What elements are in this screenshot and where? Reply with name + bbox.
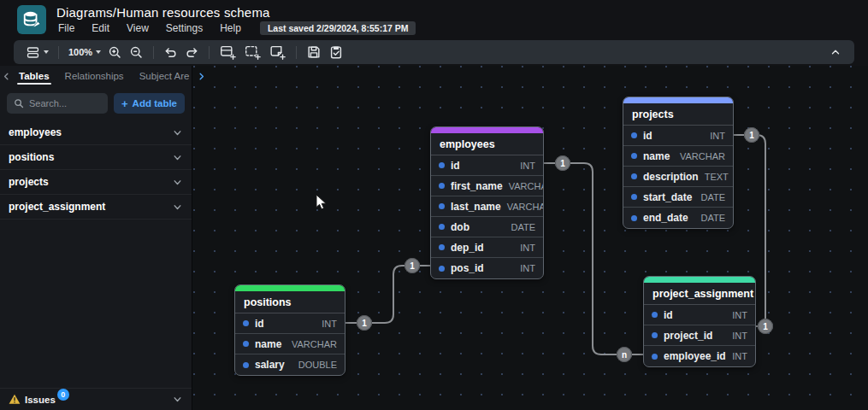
tab-tables[interactable]: Tables xyxy=(11,68,57,84)
table-title: projects xyxy=(623,103,733,126)
add-subject-area-toolbar-button[interactable] xyxy=(240,43,265,62)
table-card-project-assignment[interactable]: project_assignment idINT project_idINT e… xyxy=(643,276,756,367)
menu-settings[interactable]: Settings xyxy=(159,21,210,35)
field-type: VARCHAR xyxy=(509,181,544,191)
tabs-scroll-right-button[interactable] xyxy=(197,68,206,84)
add-table-button[interactable]: + Add table xyxy=(114,93,185,114)
todo-clipboard-icon xyxy=(328,44,344,60)
field-type: INT xyxy=(732,310,747,320)
tab-relationships[interactable]: Relationships xyxy=(57,68,132,84)
sidebar-table-list: employees positions projects project_ass… xyxy=(0,120,192,220)
field-row[interactable]: pos_idINT xyxy=(431,258,543,278)
field-row[interactable]: last_nameVARCHAR xyxy=(431,196,543,217)
table-item-label: employees xyxy=(9,126,62,138)
tabs-scroll-left-button[interactable] xyxy=(2,68,11,84)
chevron-left-icon xyxy=(2,72,11,81)
field-dot-icon xyxy=(652,354,658,360)
chevron-down-icon xyxy=(172,152,183,163)
field-row[interactable]: end_dateDATE xyxy=(623,208,733,228)
table-card-projects[interactable]: projects idINT nameVARCHAR descriptionTE… xyxy=(623,97,734,229)
field-type: TEXT xyxy=(705,172,729,182)
undo-button[interactable] xyxy=(160,43,181,62)
field-row[interactable]: employee_idINT xyxy=(644,346,755,366)
field-row[interactable]: nameVARCHAR xyxy=(235,334,345,354)
cardinality-badge: n xyxy=(617,347,632,362)
field-name: last_name xyxy=(451,201,501,213)
field-type: DATE xyxy=(700,192,725,202)
menu-edit[interactable]: Edit xyxy=(85,21,116,35)
toolbar-zone: 100% xyxy=(0,39,868,66)
search-input[interactable] xyxy=(29,98,101,108)
field-dot-icon xyxy=(631,153,637,159)
relationship-line-positions-employees[interactable] xyxy=(345,266,430,323)
toolbar-divider xyxy=(296,46,297,59)
zoom-level-value: 100% xyxy=(68,47,92,57)
field-type: DATE xyxy=(700,213,725,223)
field-name: id xyxy=(451,160,460,172)
zoom-out-button[interactable] xyxy=(126,43,147,62)
field-row[interactable]: salaryDOUBLE xyxy=(235,354,345,375)
diagram-canvas[interactable]: employees idINT first_nameVARCHAR last_n… xyxy=(193,66,868,410)
menu-view[interactable]: View xyxy=(120,21,156,35)
field-row[interactable]: nameVARCHAR xyxy=(623,146,733,167)
sidebar-search-row: + Add table xyxy=(0,86,192,120)
field-dot-icon xyxy=(243,320,249,326)
titlebar: Diagrams/Human resources schema File Edi… xyxy=(0,0,868,39)
add-note-toolbar-button[interactable] xyxy=(265,43,290,62)
sidebar-item-project-assignment[interactable]: project_assignment xyxy=(0,195,192,220)
field-dot-icon xyxy=(439,203,445,209)
field-name: pos_id xyxy=(451,262,484,274)
field-dot-icon xyxy=(652,332,658,338)
add-table-icon xyxy=(219,44,237,61)
field-row[interactable]: start_dateDATE xyxy=(623,187,733,208)
table-card-employees[interactable]: employees idINT first_nameVARCHAR last_n… xyxy=(430,126,544,279)
field-row[interactable]: dep_idINT xyxy=(431,237,543,258)
chevron-up-icon xyxy=(830,46,841,58)
chevron-down-icon xyxy=(172,177,183,188)
diagram-menu-button[interactable] xyxy=(22,43,52,62)
todo-list-button[interactable] xyxy=(325,43,347,62)
table-accent-strip xyxy=(623,97,733,103)
field-name: id xyxy=(664,309,673,321)
field-row[interactable]: descriptionTEXT xyxy=(623,167,733,187)
zoom-in-button[interactable] xyxy=(104,43,126,62)
field-row[interactable]: project_idINT xyxy=(644,325,755,346)
table-card-positions[interactable]: positions idINT nameVARCHAR salaryDOUBLE xyxy=(234,284,345,376)
save-floppy-icon xyxy=(306,44,322,60)
table-title: employees xyxy=(431,133,543,155)
field-name: name xyxy=(255,338,281,350)
field-row[interactable]: dobDATE xyxy=(431,217,543,237)
save-button[interactable] xyxy=(303,43,325,62)
field-name: id xyxy=(643,130,652,142)
collapse-header-button[interactable] xyxy=(825,43,846,62)
zoom-level-dropdown[interactable]: 100% xyxy=(65,43,104,62)
field-row[interactable]: idINT xyxy=(623,126,733,146)
page-title: Diagrams/Human resources schema xyxy=(56,5,270,20)
field-row[interactable]: idINT xyxy=(644,305,755,325)
menu-help[interactable]: Help xyxy=(213,21,248,35)
field-dot-icon xyxy=(439,162,445,168)
cardinality-badge: 1 xyxy=(404,258,420,273)
redo-button[interactable] xyxy=(181,43,203,62)
field-dot-icon xyxy=(631,132,637,138)
field-type: VARCHAR xyxy=(292,339,337,349)
search-box xyxy=(7,93,108,114)
field-dot-icon xyxy=(439,244,445,250)
sidebar-item-employees[interactable]: employees xyxy=(0,120,192,145)
field-row[interactable]: idINT xyxy=(235,313,345,334)
sidebar-item-positions[interactable]: positions xyxy=(0,145,192,170)
chevron-right-icon xyxy=(197,72,206,81)
issues-panel-toggle[interactable]: Issues 0 xyxy=(0,388,192,410)
issues-label: Issues xyxy=(25,395,56,405)
sidebar: Tables Relationships Subject Are + Add t… xyxy=(0,66,192,410)
add-table-toolbar-button[interactable] xyxy=(216,43,240,62)
zoom-out-icon xyxy=(129,45,144,60)
field-row[interactable]: first_nameVARCHAR xyxy=(431,176,543,196)
table-accent-strip xyxy=(431,127,543,133)
field-row[interactable]: idINT xyxy=(431,155,543,176)
field-name: salary xyxy=(255,359,285,371)
tab-subject-areas[interactable]: Subject Are xyxy=(132,68,198,84)
sidebar-item-projects[interactable]: projects xyxy=(0,170,192,195)
chevron-down-icon xyxy=(172,202,183,213)
menu-file[interactable]: File xyxy=(51,21,81,35)
